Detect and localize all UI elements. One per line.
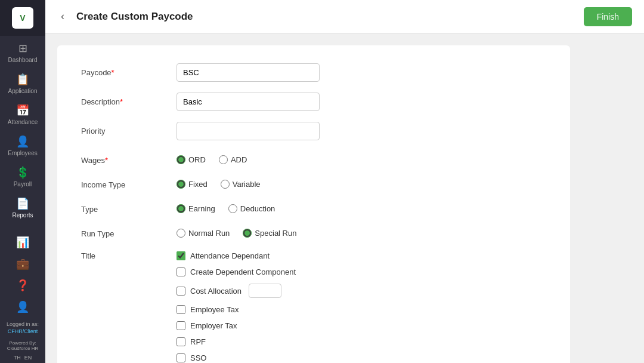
type-options: Earning Deduction: [177, 200, 275, 213]
page-title: Create Custom Paycode: [76, 11, 575, 23]
priority-row: Priority: [81, 122, 546, 140]
topbar: ‹ Create Custom Paycode Finish: [45, 0, 644, 33]
wages-options: ORD ADD: [177, 151, 247, 164]
type-earning-label: Earning: [188, 204, 215, 213]
employees-icon: 👤: [16, 135, 29, 148]
help-icon: ❓: [16, 279, 29, 292]
sidebar-item-label: Employees: [8, 150, 37, 156]
description-row: Description*: [81, 93, 546, 111]
wages-ord[interactable]: ORD: [177, 155, 206, 164]
income-variable[interactable]: Variable: [221, 180, 261, 189]
sidebar-item-label: Dashboard: [8, 57, 38, 63]
checkbox-employer-tax[interactable]: Employer Tax: [177, 321, 296, 330]
checkbox-create-dependent-input[interactable]: [177, 267, 185, 276]
cost-allocation-label: Cost Allocation: [190, 287, 242, 296]
run-type-label: Run Type: [81, 224, 177, 238]
cost-allocation-input[interactable]: [249, 284, 281, 298]
wages-label: Wages*: [81, 151, 177, 165]
form-card: Paycode* Description* Priority Wages*: [57, 45, 570, 363]
run-type-normal-label: Normal Run: [188, 229, 230, 238]
checkbox-sso-input[interactable]: [177, 353, 185, 362]
title-label: Title: [81, 249, 177, 260]
employer-tax-label: Employer Tax: [190, 321, 237, 330]
checkbox-employee-tax[interactable]: Employee Tax: [177, 305, 296, 314]
run-type-row: Run Type Normal Run Special Run: [81, 224, 546, 238]
attendance-dependant-label: Attendance Dependant: [190, 251, 270, 260]
logged-in-label: Logged in as:: [7, 321, 39, 328]
type-deduction-label: Deduction: [240, 204, 275, 213]
sidebar-item-list[interactable]: 📊: [0, 231, 45, 253]
cost-allocation-row: Cost Allocation: [177, 284, 296, 298]
sidebar-item-help[interactable]: ❓: [0, 274, 45, 296]
lang-en[interactable]: EN: [24, 355, 32, 361]
checkbox-rpf[interactable]: RPF: [177, 337, 296, 346]
run-type-options: Normal Run Special Run: [177, 224, 296, 238]
sidebar-item-label: Application: [8, 88, 38, 94]
title-checkboxes: Attendance Dependant Create Dependent Co…: [177, 249, 296, 362]
paycode-input[interactable]: [177, 63, 320, 82]
sidebar-logo: V: [0, 0, 45, 36]
description-input[interactable]: [177, 93, 320, 111]
description-label: Description*: [81, 93, 177, 106]
powered-by: Powered By: Cloudforce HR: [5, 339, 41, 352]
logo-icon: V: [12, 7, 33, 29]
income-fixed[interactable]: Fixed: [177, 180, 208, 189]
type-row: Type Earning Deduction: [81, 200, 546, 214]
wages-ord-label: ORD: [188, 155, 206, 164]
content-area: Paycode* Description* Priority Wages*: [45, 33, 644, 363]
run-type-normal[interactable]: Normal Run: [177, 229, 230, 238]
income-fixed-label: Fixed: [188, 180, 208, 189]
run-type-special-label: Special Run: [255, 229, 296, 238]
priority-input[interactable]: [177, 122, 320, 140]
sidebar-item-label: Attendance: [8, 119, 38, 125]
dashboard-icon: ⊞: [18, 42, 27, 55]
priority-label: Priority: [81, 122, 177, 136]
sidebar-item-label: Payroll: [14, 181, 32, 187]
sidebar-item-briefcase[interactable]: 💼: [0, 253, 45, 274]
sidebar-item-payroll[interactable]: 💲 Payroll: [0, 160, 45, 191]
payroll-icon: 💲: [16, 166, 29, 179]
income-type-options: Fixed Variable: [177, 176, 261, 189]
profile-icon: 👤: [16, 300, 29, 313]
checkbox-employee-tax-input[interactable]: [177, 305, 185, 314]
lang-th[interactable]: TH: [14, 355, 21, 361]
checkbox-attendance-dependant[interactable]: Attendance Dependant: [177, 251, 296, 260]
sidebar-item-employees[interactable]: 👤 Employees: [0, 129, 45, 160]
sidebar-item-label: Reports: [12, 212, 33, 219]
income-type-row: Income Type Fixed Variable: [81, 176, 546, 189]
sidebar-item-profile[interactable]: 👤: [0, 296, 45, 317]
employee-tax-label: Employee Tax: [190, 305, 239, 314]
sidebar-item-dashboard[interactable]: ⊞ Dashboard: [0, 36, 45, 67]
checkbox-rpf-input[interactable]: [177, 337, 185, 346]
finish-button[interactable]: Finish: [584, 7, 632, 26]
paycode-row: Paycode*: [81, 63, 546, 82]
wages-add-label: ADD: [231, 155, 247, 164]
checkbox-attendance-dependant-input[interactable]: [177, 251, 185, 260]
user-info: Logged in as: CFHR/Client: [2, 317, 44, 339]
checkbox-cost-allocation[interactable]: Cost Allocation: [177, 287, 242, 296]
create-dependent-label: Create Dependent Component: [190, 267, 296, 276]
checkbox-employer-tax-input[interactable]: [177, 321, 185, 330]
reports-icon: 📄: [16, 197, 29, 210]
sidebar-item-application[interactable]: 📋 Application: [0, 67, 45, 98]
application-icon: 📋: [16, 73, 29, 86]
sso-label: SSO: [190, 353, 206, 362]
language-selector: TH EN: [14, 352, 32, 363]
sidebar-item-attendance[interactable]: 📅 Attendance: [0, 98, 45, 129]
checkbox-sso[interactable]: SSO: [177, 353, 296, 362]
title-row: Title Attendance Dependant Create Depend…: [81, 249, 546, 362]
type-deduction[interactable]: Deduction: [228, 204, 275, 213]
type-earning[interactable]: Earning: [177, 204, 215, 213]
income-variable-label: Variable: [233, 180, 261, 189]
checkbox-create-dependent[interactable]: Create Dependent Component: [177, 267, 296, 276]
wages-add[interactable]: ADD: [219, 155, 247, 164]
rpf-label: RPF: [190, 337, 206, 346]
run-type-special[interactable]: Special Run: [243, 229, 296, 238]
wages-row: Wages* ORD ADD: [81, 151, 546, 165]
type-label: Type: [81, 200, 177, 214]
back-button[interactable]: ‹: [57, 8, 68, 25]
sidebar-item-reports[interactable]: 📄 Reports: [0, 191, 45, 222]
income-type-label: Income Type: [81, 176, 177, 189]
sidebar: V ⊞ Dashboard 📋 Application 📅 Attendance…: [0, 0, 45, 363]
checkbox-cost-allocation-input[interactable]: [177, 287, 185, 296]
